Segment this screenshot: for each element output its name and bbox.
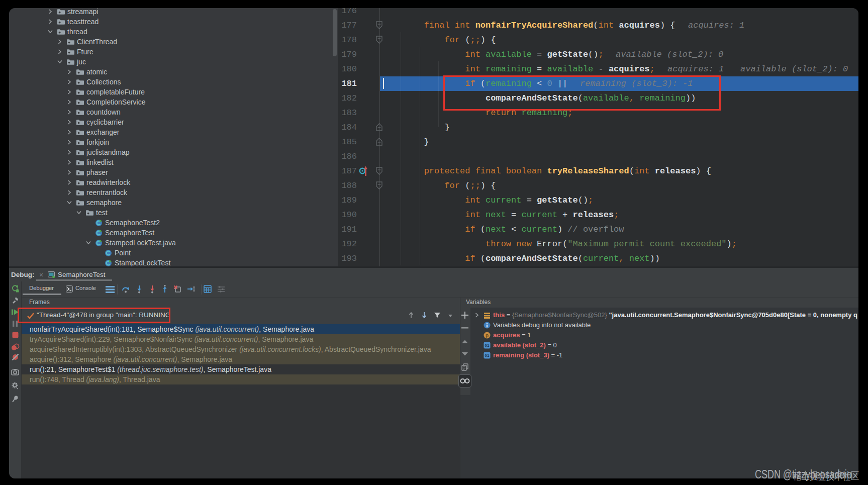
svg-text:01: 01	[485, 353, 490, 358]
svg-text:p: p	[486, 333, 489, 338]
svg-text:01: 01	[485, 343, 490, 348]
